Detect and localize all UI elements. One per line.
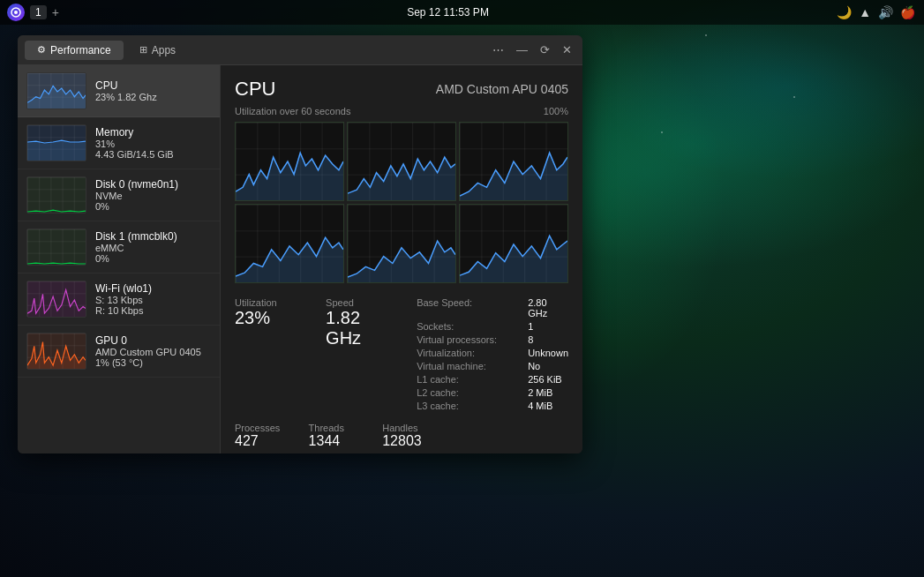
sidebar-item-gpu[interactable]: GPU 0 AMD Custom GPU 0405 1% (53 °C) [18, 326, 220, 378]
sidebar-item-disk1[interactable]: Disk 1 (mmcblk0) eMMC 0% [18, 221, 220, 274]
virt-proc-row: Virtual processors: 8 [417, 334, 568, 345]
cpu-header: CPU AMD Custom APU 0405 [235, 78, 568, 101]
cpu-graph-6 [459, 204, 568, 283]
user-icon[interactable]: 🍎 [900, 5, 915, 19]
cpu-mini-chart [26, 72, 86, 109]
sockets-row: Sockets: 1 [417, 321, 568, 332]
threads-value: 1344 [309, 433, 365, 449]
taskbar: 1 + Sep 12 11:53 PM 🌙 ▲ 🔊 🍎 [0, 0, 924, 25]
restore-button[interactable]: ⟳ [537, 41, 553, 58]
virtual-machine-key: Virtual machine: [417, 361, 522, 371]
main-panel: CPU AMD Custom APU 0405 Utilization over… [221, 65, 582, 453]
threads-label: Threads [309, 423, 365, 433]
disk0-type: NVMe [95, 191, 211, 201]
sidebar-item-memory[interactable]: Memory 31% 4.43 GiB/14.5 GiB [18, 117, 220, 169]
apps-tab-label: Apps [152, 44, 176, 56]
cpu-graph-1 [235, 122, 344, 201]
utilization-stat: Utilization 23% [235, 297, 308, 414]
close-button[interactable]: ✕ [559, 41, 575, 58]
speed-value: 1.82 GHz [326, 308, 399, 348]
tab-apps[interactable]: ⊞ Apps [127, 41, 188, 60]
l2-cache-key: L2 cache: [417, 387, 522, 398]
workspace-number[interactable]: 1 [30, 5, 47, 19]
cpu-graph-3 [459, 122, 568, 201]
speed-label: Speed [326, 297, 399, 308]
wifi-sidebar-info: Wi-Fi (wlo1) S: 13 Kbps R: 10 Kbps [95, 282, 211, 316]
base-speed-val: 2.80 GHz [528, 297, 568, 318]
minimize-button[interactable]: — [513, 41, 531, 58]
cpu-sidebar-info: CPU 23% 1.82 Ghz [95, 79, 211, 102]
base-speed-row: Base Speed: 2.80 GHz [417, 297, 568, 318]
cpu-graph-5 [347, 204, 456, 283]
performance-tab-label: Performance [50, 44, 111, 56]
utilization-label: Utilization [235, 297, 308, 308]
disk0-sidebar-info: Disk 0 (nvme0n1) NVMe 0% [95, 178, 211, 212]
wifi-mini-chart [26, 281, 86, 318]
disk1-sidebar-info: Disk 1 (mmcblk0) eMMC 0% [95, 230, 211, 264]
utilization-value: 23% [235, 308, 308, 328]
base-speed-key: Base Speed: [417, 297, 522, 318]
util-over-label: Utilization over 60 seconds [235, 106, 350, 116]
handles-stat: Handles 12803 [382, 423, 439, 449]
menu-button[interactable]: ⋯ [489, 41, 507, 58]
disk0-usage: 0% [95, 201, 211, 212]
memory-label: Memory [95, 126, 211, 139]
disk0-mini-chart [26, 176, 86, 214]
l3-cache-row: L3 cache: 4 MiB [417, 401, 568, 411]
processes-stat: Processes 427 [235, 423, 291, 449]
disk1-usage: 0% [95, 253, 211, 264]
wifi-send: S: 13 Kbps [95, 295, 211, 305]
sidebar: CPU 23% 1.82 Ghz Memory 31% 4.43 GiB/14.… [18, 65, 221, 453]
processes-label: Processes [235, 423, 291, 433]
cpu-graph-4 [235, 204, 344, 283]
memory-sidebar-info: Memory 31% 4.43 GiB/14.5 GiB [95, 126, 211, 160]
gpu-usage: 1% (53 °C) [95, 357, 211, 368]
gpu-sidebar-info: GPU 0 AMD Custom GPU 0405 1% (53 °C) [95, 334, 211, 368]
taskbar-clock: Sep 12 11:53 PM [59, 6, 837, 19]
tab-performance[interactable]: ⚙ Performance [25, 41, 124, 60]
volume-icon[interactable]: 🔊 [878, 5, 893, 19]
gpu-mini-chart [26, 333, 86, 370]
app-logo-icon [11, 7, 21, 18]
handles-value: 12803 [382, 433, 439, 449]
theme-icon[interactable]: 🌙 [837, 5, 852, 19]
virtual-machine-row: Virtual machine: No [417, 361, 568, 371]
add-workspace-button[interactable]: + [52, 5, 59, 19]
processes-value: 427 [235, 433, 291, 449]
wifi-recv: R: 10 Kbps [95, 305, 211, 316]
l2-cache-val: 2 MiB [528, 387, 552, 398]
memory-usage: 4.43 GiB/14.5 GiB [95, 149, 211, 160]
window-titlebar: ⚙ Performance ⊞ Apps ⋯ — ⟳ ✕ [18, 35, 582, 65]
sockets-val: 1 [528, 321, 533, 332]
disk1-label: Disk 1 (mmcblk0) [95, 230, 211, 243]
virtualization-val: Unknown [528, 348, 568, 358]
performance-tab-icon: ⚙ [37, 44, 46, 56]
wifi-tray-icon[interactable]: ▲ [859, 5, 871, 19]
memory-pct: 31% [95, 139, 211, 149]
info-col-right: Base Speed: 2.80 GHz Sockets: 1 Virtual … [417, 297, 568, 414]
util-pct-label: 100% [544, 106, 568, 116]
cpu-graph-2 [347, 122, 456, 201]
handles-label: Handles [382, 423, 439, 433]
panel-subtitle: AMD Custom APU 0405 [436, 82, 568, 96]
memory-mini-chart [26, 124, 86, 161]
window-controls: ⋯ — ⟳ ✕ [489, 41, 575, 58]
virtual-machine-val: No [528, 361, 540, 371]
speed-stat: Speed 1.82 GHz [326, 297, 399, 414]
stats-row-2: Processes 427 Threads 1344 Handles 12803 [235, 423, 568, 449]
app-icon[interactable] [7, 4, 25, 21]
l3-cache-key: L3 cache: [417, 401, 522, 411]
panel-title: CPU [235, 78, 275, 101]
gpu-model: AMD Custom GPU 0405 [95, 347, 211, 357]
utilization-header: Utilization over 60 seconds 100% [235, 106, 568, 116]
clock-display: Sep 12 11:53 PM [407, 6, 489, 19]
apps-tab-icon: ⊞ [139, 44, 147, 56]
virtualization-key: Virtualization: [417, 348, 522, 358]
sidebar-item-disk0[interactable]: Disk 0 (nvme0n1) NVMe 0% [18, 169, 220, 221]
sidebar-item-cpu[interactable]: CPU 23% 1.82 Ghz [18, 65, 220, 117]
gpu-label: GPU 0 [95, 334, 211, 347]
sidebar-item-wifi[interactable]: Wi-Fi (wlo1) S: 13 Kbps R: 10 Kbps [18, 274, 220, 326]
sockets-key: Sockets: [417, 321, 522, 332]
taskbar-tray: 🌙 ▲ 🔊 🍎 [837, 5, 924, 19]
cpu-info: Base Speed: 2.80 GHz Sockets: 1 Virtual … [417, 297, 568, 411]
